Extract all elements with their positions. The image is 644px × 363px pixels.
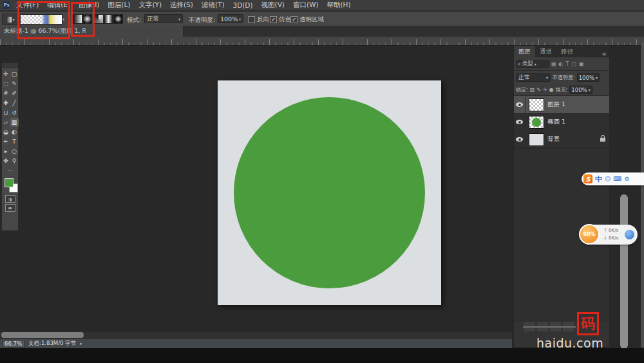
transparency-checkbox[interactable]: ✓ <box>290 16 298 23</box>
visibility-toggle[interactable] <box>514 113 526 131</box>
quick-selection-tool[interactable]: ✎ <box>10 79 19 88</box>
pen-tool[interactable]: ✒ <box>2 137 10 146</box>
canvas-area[interactable] <box>0 45 512 331</box>
zoom-tool[interactable]: ⚲ <box>10 156 19 165</box>
menu-type[interactable]: 文字(Y) <box>136 0 164 10</box>
ellipse-thumbnail-shape <box>532 118 541 127</box>
layer-row[interactable]: 背景 <box>514 131 609 149</box>
layer-row[interactable]: 椭圆 1 <box>514 113 609 131</box>
panel-menu-icon[interactable]: ≡ <box>601 51 609 57</box>
lasso-tool[interactable]: ◌ <box>2 79 10 88</box>
reverse-checkbox-group[interactable]: 反向 <box>248 15 269 24</box>
diamond-gradient-button[interactable] <box>113 14 123 24</box>
opacity-select[interactable]: 100% ▾ <box>218 14 243 23</box>
ime-settings-icon[interactable]: ⚙ <box>624 176 629 182</box>
menu-3d[interactable]: 3D(D) <box>230 1 255 10</box>
ellipse-tool[interactable]: ○ <box>10 147 19 156</box>
layer-blend-mode-select[interactable]: 正常 ▾ <box>516 73 551 82</box>
menu-layer[interactable]: 图层(L) <box>105 0 133 10</box>
annotation-box-gradient-type <box>71 2 95 37</box>
lock-transparent-icon[interactable]: ▨ <box>530 87 535 93</box>
fill-select[interactable]: 100% ▾ <box>569 86 592 94</box>
gradient-tool-preset[interactable]: ▾ <box>2 14 19 25</box>
tab-channels[interactable]: 通道 <box>535 46 556 57</box>
watermark-stamp: 码 <box>577 312 599 335</box>
blur-tool[interactable]: ◒ <box>2 127 10 136</box>
brush-tool[interactable]: ╱ <box>10 98 19 107</box>
ime-toolbar[interactable]: S 中 ☺ ⌨ ⚙ <box>582 172 644 185</box>
layer-opacity-value: 100% <box>579 75 594 81</box>
history-brush-tool[interactable]: ↺ <box>10 108 19 117</box>
quick-mask-icon[interactable]: ◨ <box>5 195 15 203</box>
horizontal-ruler[interactable] <box>0 37 644 46</box>
hand-tool[interactable]: ✥ <box>2 156 10 165</box>
filter-type-icon[interactable]: T <box>566 61 569 67</box>
dither-checkbox[interactable]: ✓ <box>270 16 277 23</box>
move-tool[interactable]: ✛ <box>2 70 10 79</box>
dodge-tool[interactable]: ◐ <box>10 127 19 136</box>
blend-mode-select[interactable]: 正常 ▾ <box>144 14 183 23</box>
filter-pixel-icon[interactable]: ▦ <box>551 61 556 67</box>
more-tools-button[interactable]: ⋯ <box>6 166 14 175</box>
filter-smart-icon[interactable]: ▣ <box>579 61 584 67</box>
layer-thumbnail[interactable] <box>529 98 544 111</box>
visibility-toggle[interactable] <box>514 96 526 113</box>
tab-layers[interactable]: 图层 <box>514 46 535 57</box>
screen-mode-icon[interactable]: ⬒ <box>5 204 15 212</box>
ime-keyboard-icon[interactable]: ⌨ <box>613 176 621 182</box>
layer-row[interactable]: 图层 1 <box>514 96 609 114</box>
crop-tool[interactable]: # <box>2 89 10 98</box>
foreground-color-swatch[interactable] <box>5 178 14 187</box>
healing-brush-tool[interactable]: ✚ <box>2 98 10 107</box>
ime-emoji-icon[interactable]: ☺ <box>605 176 611 182</box>
toolbar-bottom-icons: ◨ ⬒ <box>2 195 18 212</box>
gradient-tool[interactable]: ▥ <box>10 118 19 127</box>
document-canvas[interactable] <box>218 80 441 305</box>
menu-filter[interactable]: 滤镜(T) <box>199 0 227 10</box>
tools-panel: ✛ ▢ ◌ ✎ # ✐ ✚ ╱ ⊔ ↺ ▱ ▥ ◒ ◐ ✒ T ▸ ○ ✥ ⚲ … <box>1 62 19 231</box>
filter-adjustment-icon[interactable]: ◐ <box>559 61 564 67</box>
angle-gradient-button[interactable] <box>94 14 104 24</box>
dither-checkbox-group[interactable]: ✓ 仿色 <box>270 15 291 24</box>
path-selection-tool[interactable]: ▸ <box>2 147 10 156</box>
menu-window[interactable]: 窗口(W) <box>290 0 321 10</box>
tools-panel-header[interactable] <box>2 63 18 68</box>
lock-position-icon[interactable]: ✛ <box>543 87 547 93</box>
layers-panel: 图层 通道 路径 ≡ ⌕ 类型 ▾ ▦ ◐ T ▢ ▣ 正常 ▾ 不 <box>513 45 610 348</box>
ime-mode-button[interactable]: 中 <box>595 174 602 184</box>
speed-widget[interactable]: 90% 0K/s 0K/s <box>580 225 638 245</box>
layer-opacity-select[interactable]: 100% ▾ <box>577 73 600 82</box>
menu-help[interactable]: 帮助(H) <box>325 0 354 10</box>
layer-name: 椭圆 1 <box>547 118 565 126</box>
chevron-down-icon: ▾ <box>596 75 598 80</box>
eraser-tool[interactable]: ▱ <box>2 118 10 127</box>
zoom-level-field[interactable]: 66.7% <box>2 340 24 348</box>
panel-tab-bar: 图层 通道 路径 ≡ <box>514 46 609 57</box>
blend-mode-value: 正常 <box>147 15 159 23</box>
vertical-scrollbar-thumb[interactable] <box>620 194 628 349</box>
filter-type-select[interactable]: ⌕ 类型 ▾ <box>516 60 549 68</box>
tab-paths[interactable]: 路径 <box>556 46 578 57</box>
lock-all-icon[interactable]: ● <box>549 87 554 93</box>
visibility-toggle[interactable] <box>514 131 526 148</box>
menu-select[interactable]: 选择(S) <box>167 0 196 10</box>
eyedropper-tool[interactable]: ✐ <box>10 89 19 98</box>
clone-stamp-tool[interactable]: ⊔ <box>2 108 10 117</box>
type-tool[interactable]: T <box>10 137 19 146</box>
speed-widget-button[interactable] <box>625 230 634 239</box>
reverse-checkbox[interactable] <box>248 16 255 23</box>
layer-opacity-label: 不透明度: <box>553 74 575 81</box>
layer-thumbnail[interactable] <box>529 116 544 129</box>
reflected-gradient-button[interactable] <box>104 14 113 24</box>
filter-shape-icon[interactable]: ▢ <box>571 61 576 67</box>
horizontal-scrollbar-thumb[interactable] <box>1 332 84 338</box>
speed-percent-ball[interactable]: 90% <box>579 224 600 245</box>
lock-row: 锁定: ▨ ✎ ✛ ● 填充: 100% ▾ <box>514 84 609 96</box>
menu-view[interactable]: 视图(V) <box>259 0 287 10</box>
status-menu-arrow-icon[interactable]: ▸ <box>80 341 82 346</box>
chevron-down-icon: ▾ <box>12 17 14 22</box>
rectangular-marquee-tool[interactable]: ▢ <box>10 70 19 79</box>
layer-thumbnail[interactable] <box>529 133 544 146</box>
transparency-checkbox-group[interactable]: ✓ 透明区域 <box>290 15 324 24</box>
lock-pixels-icon[interactable]: ✎ <box>536 87 541 93</box>
